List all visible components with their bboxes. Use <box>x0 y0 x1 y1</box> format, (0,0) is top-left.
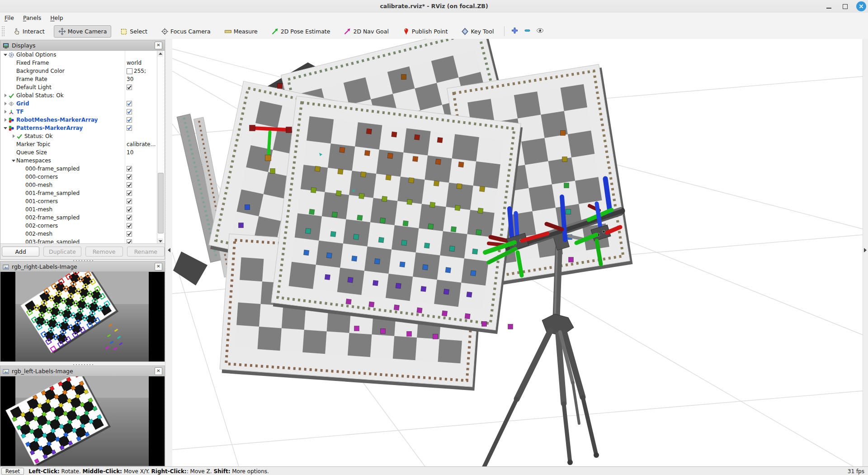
tree-row[interactable]: Frame Rate30 <box>0 75 158 83</box>
displays-close-button[interactable]: ✕ <box>155 42 162 49</box>
checkbox[interactable] <box>127 108 132 116</box>
reset-button[interactable]: Reset <box>1 468 24 475</box>
remove-button: Remove <box>85 247 123 256</box>
expand-icon[interactable] <box>3 101 8 106</box>
help-segment: Middle-Click: <box>83 468 122 475</box>
tree-row[interactable]: Patterns-MarkerArray <box>0 124 158 132</box>
collapse-icon[interactable] <box>3 126 8 130</box>
displays-panel-header[interactable]: Displays ✕ <box>0 40 165 51</box>
checkbox[interactable] <box>127 197 132 205</box>
tree-row[interactable]: Background Color255; <box>0 67 158 75</box>
expand-icon[interactable] <box>11 134 16 138</box>
arrow-spacer <box>20 207 25 212</box>
tree-row-value[interactable]: world <box>127 59 142 67</box>
checkbox[interactable] <box>127 214 132 222</box>
add-button[interactable]: Add <box>2 247 39 256</box>
tree-row[interactable]: Marker Topiccalibrate… <box>0 140 158 148</box>
add-tool-button[interactable] <box>509 26 520 37</box>
scrollbar-thumb[interactable] <box>158 173 164 233</box>
checkbox[interactable] <box>127 124 132 132</box>
expand-icon[interactable] <box>3 109 8 114</box>
toolbar-separator <box>504 26 505 36</box>
tool-focus-camera[interactable]: Focus Camera <box>156 25 215 38</box>
tree-row[interactable]: Default Light <box>0 83 158 91</box>
tool-label: Select <box>130 28 147 35</box>
3d-viewport[interactable] <box>172 39 863 466</box>
tree-row[interactable]: Grid <box>0 100 158 108</box>
checkbox[interactable] <box>127 189 132 197</box>
tree-row[interactable]: 001-frame_sampled <box>0 189 158 197</box>
image-panel-left-header[interactable]: rgb_left-Labels-Image ✕ <box>0 366 165 376</box>
collapse-left-icon[interactable] <box>168 248 170 252</box>
close-button[interactable] <box>856 1 866 11</box>
tool-move-camera[interactable]: Move Camera <box>54 25 112 38</box>
window-title: calibrate.rviz* - RViz (on focal.ZB) <box>0 0 868 13</box>
tool-measure[interactable]: Measure <box>220 25 262 38</box>
tool-2d-nav-goal[interactable]: 2D Nav Goal <box>339 25 393 38</box>
tree-row[interactable]: RobotMeshes-MarkerArray <box>0 116 158 124</box>
tree-row-value[interactable]: calibrate… <box>127 140 156 148</box>
checkbox[interactable] <box>127 181 132 189</box>
checkbox[interactable] <box>127 222 132 230</box>
tool-2d-pose-estimate[interactable]: 2D Pose Estimate <box>267 25 335 38</box>
visibility-button[interactable] <box>534 26 545 37</box>
tree-row-label: Patterns-MarkerArray <box>16 125 83 131</box>
maximize-button[interactable] <box>840 1 850 11</box>
tree-row[interactable]: Global Options <box>0 51 158 59</box>
tree-row[interactable]: 002-corners <box>0 222 158 230</box>
right-splitter[interactable] <box>863 39 868 466</box>
collapse-icon[interactable] <box>11 158 16 163</box>
tree-row[interactable]: 000-corners <box>0 173 158 181</box>
collapse-icon[interactable] <box>3 52 8 57</box>
tree-row-value[interactable]: 10 <box>127 148 133 157</box>
tree-row[interactable]: 001-mesh <box>0 205 158 214</box>
tree-row-value[interactable]: 30 <box>127 75 133 83</box>
tree-row[interactable]: 000-frame_sampled <box>0 165 158 173</box>
tree-row-value[interactable]: 255; <box>127 67 146 75</box>
tree-row[interactable]: 001-corners <box>0 197 158 205</box>
tool-select[interactable]: Select <box>116 25 152 38</box>
expand-icon[interactable] <box>3 118 8 122</box>
image-panel-right-close-button[interactable]: ✕ <box>155 263 162 271</box>
tool-publish-point[interactable]: Publish Point <box>398 25 453 38</box>
tree-row[interactable]: Namespaces <box>0 157 158 165</box>
minimize-button[interactable] <box>824 1 834 11</box>
tree-row[interactable]: 002-frame_sampled <box>0 214 158 222</box>
displays-scrollbar[interactable] <box>157 51 164 244</box>
tree-row[interactable]: Fixed Frameworld <box>0 59 158 67</box>
markers-icon <box>8 125 15 131</box>
tree-row[interactable]: 002-mesh <box>0 230 158 238</box>
eye-icon <box>536 27 544 36</box>
collapse-right-icon[interactable] <box>864 248 867 252</box>
remove-tool-button[interactable] <box>522 26 533 37</box>
image-panel-right-title: rgb_right-Labels-Image <box>12 263 155 270</box>
tree-row[interactable]: TF <box>0 108 158 116</box>
tree-row[interactable]: 000-mesh <box>0 181 158 189</box>
tool-interact[interactable]: Interact <box>9 25 49 38</box>
panel-splitter[interactable] <box>165 39 173 466</box>
checkbox[interactable] <box>127 165 132 173</box>
help-segment: Rotate. <box>60 468 83 475</box>
tree-row[interactable]: Global Status: Ok <box>0 91 158 100</box>
menu-help[interactable]: Help <box>46 13 68 24</box>
checkbox[interactable] <box>127 116 132 124</box>
checkbox[interactable] <box>127 230 132 238</box>
menu-file[interactable]: File <box>0 13 19 24</box>
arrow-spacer <box>20 199 25 204</box>
toolbar-grip[interactable] <box>1 26 5 37</box>
move-camera-icon <box>58 28 66 35</box>
tree-row-label: TF <box>16 109 24 115</box>
expand-icon[interactable] <box>3 93 8 98</box>
checkbox[interactable] <box>127 100 132 108</box>
tree-row[interactable]: Queue Size10 <box>0 148 158 157</box>
tree-row[interactable]: Status: Ok <box>0 132 158 140</box>
checkbox[interactable] <box>127 173 132 181</box>
checkbox[interactable] <box>127 83 132 91</box>
minimize-icon <box>826 8 831 9</box>
scroll-up-button[interactable] <box>157 51 163 57</box>
menu-panels[interactable]: Panels <box>19 13 46 24</box>
tool-key-tool[interactable]: Key Tool <box>457 25 498 38</box>
checkbox[interactable] <box>127 205 132 214</box>
image-panel-right-header[interactable]: rgb_right-Labels-Image ✕ <box>0 261 165 272</box>
image-panel-left-close-button[interactable]: ✕ <box>155 367 162 375</box>
